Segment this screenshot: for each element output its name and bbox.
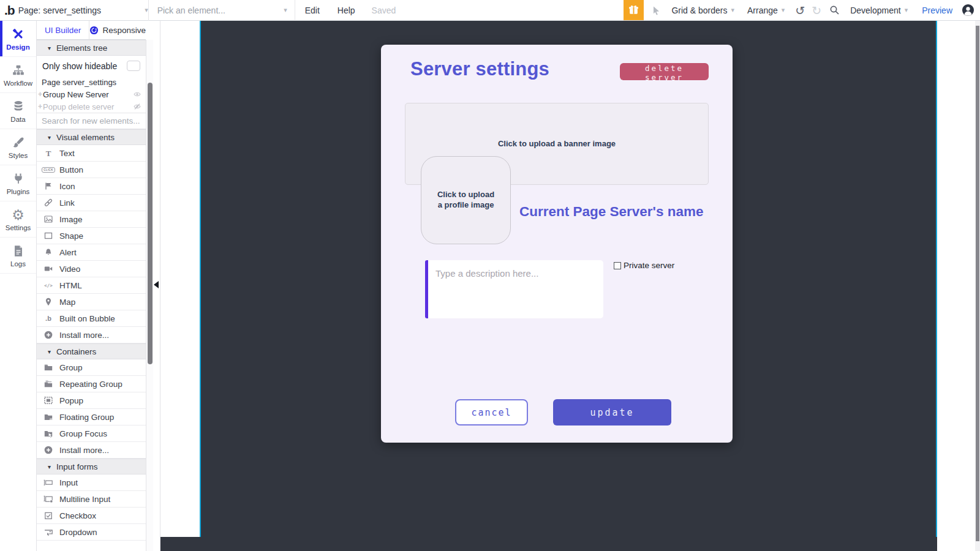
page-selector[interactable]: Page: server_settings ▾ <box>18 6 148 15</box>
palette-item-floating-group[interactable]: Floating Group <box>37 409 146 425</box>
left-nav: DesignWorkflowDataStylesPlugins⚙Settings… <box>0 21 37 551</box>
palette-item-repeating-group[interactable]: Repeating Group <box>37 376 146 392</box>
select-cursor-icon[interactable] <box>650 5 662 16</box>
button-icon: CLICK <box>43 167 54 173</box>
editor-canvas: Server settings delete server Click to u… <box>160 21 980 551</box>
palette-item-label: Install more... <box>59 446 109 455</box>
section-header-visual-elements[interactable]: ▾Visual elements <box>37 129 146 145</box>
palette-item-install-more-[interactable]: Install more... <box>37 442 146 459</box>
palette-item-label: Input <box>59 478 78 487</box>
sidebar-item-label: Data <box>10 116 25 123</box>
design-icon <box>12 27 25 42</box>
toolbar-divider <box>295 0 295 21</box>
expand-plus-icon[interactable]: + <box>38 102 42 111</box>
preview-link[interactable]: Preview <box>922 6 952 15</box>
server-settings-popup[interactable]: Server settings delete server Click to u… <box>381 45 733 443</box>
grid-borders-dropdown[interactable]: Grid & borders ▾ <box>671 6 734 15</box>
palette-item-alert[interactable]: Alert <box>37 244 146 261</box>
arrange-label: Arrange <box>747 6 778 15</box>
palette-item-link[interactable]: Link <box>37 195 146 211</box>
redo-icon: ↻ <box>812 4 821 17</box>
outside-page-area <box>160 537 937 551</box>
sidebar-item-workflow[interactable]: Workflow <box>0 57 36 93</box>
section-header-containers[interactable]: ▾Containers <box>37 343 146 359</box>
palette-item-input[interactable]: Input <box>37 474 146 491</box>
gift-button[interactable] <box>624 0 644 20</box>
update-button[interactable]: update <box>553 399 671 425</box>
gift-icon <box>628 4 639 17</box>
tree-node-group-new-server[interactable]: +Group New Server <box>37 88 146 100</box>
palette-item-icon[interactable]: Icon <box>37 178 146 195</box>
palette-item-text[interactable]: TText <box>37 145 146 162</box>
section-title: Containers <box>56 347 96 356</box>
environment-dropdown[interactable]: Development ▾ <box>850 6 908 15</box>
palette-item-group-focus[interactable]: Group Focus <box>37 425 146 442</box>
palette-item-label: Install more... <box>59 331 109 340</box>
palette-item-group[interactable]: Group <box>37 359 146 376</box>
palette-item-multiline-input[interactable]: Multiline Input <box>37 491 146 508</box>
section-header-elements-tree[interactable]: ▾ Elements tree <box>37 40 146 56</box>
search-icon[interactable] <box>829 5 840 15</box>
sidebar-item-design[interactable]: Design <box>0 21 36 57</box>
sidebar-item-styles[interactable]: Styles <box>0 129 36 165</box>
sidebar-item-data[interactable]: Data <box>0 93 36 129</box>
cancel-button[interactable]: cancel <box>455 399 528 425</box>
tab-responsive[interactable]: Responsive <box>89 21 146 39</box>
eye-icon[interactable] <box>134 91 141 98</box>
user-avatar[interactable] <box>962 4 974 17</box>
tree-node-label: Group New Server <box>43 90 134 99</box>
sidebar-item-logs[interactable]: Logs <box>0 238 36 274</box>
image-icon <box>43 214 54 224</box>
tab-ui-builder[interactable]: UI Builder <box>37 21 89 39</box>
palette-item-label: Multiline Input <box>59 495 110 504</box>
expand-plus-icon[interactable]: + <box>38 90 42 99</box>
tree-node-label: Popup delete server <box>43 102 134 111</box>
section-header-input-forms[interactable]: ▾Input forms <box>37 459 146 474</box>
palette-item-html[interactable]: </>HTML <box>37 277 146 294</box>
palette-item-popup[interactable]: Popup <box>37 392 146 409</box>
edit-menu[interactable]: Edit <box>305 6 320 15</box>
gear-icon: ⚙ <box>12 208 24 222</box>
input-icon <box>43 478 54 487</box>
profile-upload-area[interactable]: Click to upload a profile image <box>421 156 511 244</box>
elements-tree-list: Page server_settings+Group New Server+Po… <box>37 76 146 113</box>
element-search-input[interactable] <box>37 116 146 126</box>
group-focus-icon <box>43 429 54 438</box>
element-picker-dropdown[interactable]: Pick an element... ▾ <box>157 6 287 15</box>
sidebar-item-settings[interactable]: ⚙Settings <box>0 201 36 238</box>
only-show-hideable-checkbox[interactable] <box>127 61 140 71</box>
shape-icon <box>43 231 54 241</box>
video-icon <box>43 264 54 274</box>
tree-node-popup-delete-server[interactable]: +Popup delete server <box>37 100 146 113</box>
private-server-row[interactable]: Private server <box>614 261 674 270</box>
canvas-scrollbar-thumb[interactable] <box>976 26 979 541</box>
top-toolbar: .b Page: server_settings ▾ Pick an eleme… <box>0 0 980 21</box>
palette-item-button[interactable]: CLICKButton <box>37 162 146 178</box>
sidebar-item-plugins[interactable]: Plugins <box>0 165 36 201</box>
palette-item-image[interactable]: Image <box>37 211 146 228</box>
panel-scrollbar-thumb[interactable] <box>148 83 153 364</box>
undo-icon[interactable]: ↺ <box>795 4 805 17</box>
palette-item-dropdown[interactable]: Dropdown <box>37 524 146 541</box>
private-server-checkbox[interactable] <box>614 262 621 269</box>
brush-icon <box>12 135 25 150</box>
text-icon: T <box>43 148 54 158</box>
help-menu[interactable]: Help <box>337 6 355 15</box>
map-pin-icon <box>43 297 54 307</box>
tree-node-label: Page server_settings <box>42 78 141 87</box>
logs-icon <box>12 244 25 258</box>
collapse-panel-arrow[interactable] <box>154 281 159 288</box>
canvas-scrollbar[interactable] <box>975 21 980 551</box>
palette-item-shape[interactable]: Shape <box>37 228 146 244</box>
palette-item-built-on-bubble[interactable]: .bBuilt on Bubble <box>37 310 146 327</box>
tree-node-page-server-settings[interactable]: Page server_settings <box>37 76 146 88</box>
panel-scrollbar[interactable] <box>146 40 153 551</box>
palette-item-checkbox[interactable]: Checkbox <box>37 508 146 524</box>
arrange-dropdown[interactable]: Arrange ▾ <box>747 6 785 15</box>
palette-item-map[interactable]: Map <box>37 294 146 310</box>
delete-server-button[interactable]: delete server <box>620 63 709 80</box>
palette-item-install-more-[interactable]: Install more... <box>37 327 146 343</box>
eye-slash-icon[interactable] <box>134 103 141 110</box>
palette-item-video[interactable]: Video <box>37 261 146 277</box>
description-input[interactable] <box>428 260 603 318</box>
